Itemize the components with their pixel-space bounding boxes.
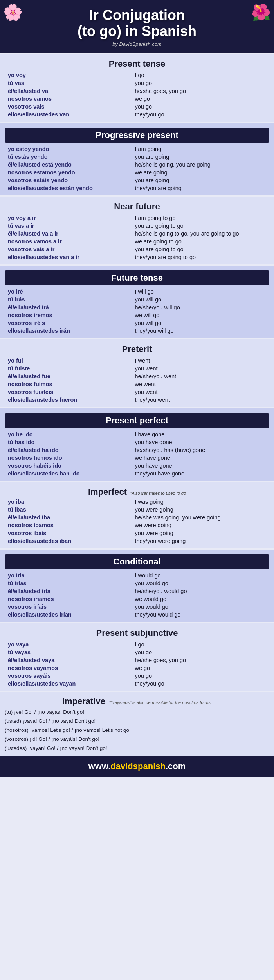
table-row: tú iríasyou would go <box>5 579 269 587</box>
table-row: ellos/ellas/ustedes ibanthey/you were go… <box>5 537 269 545</box>
english-translation: we will go <box>132 311 269 319</box>
table-row: ellos/ellas/ustedes van a irthey/you are… <box>5 253 269 261</box>
english-translation: we are going <box>132 169 269 176</box>
english-translation: I have gone <box>132 430 269 438</box>
spanish-form: él/ella/usted va a ir <box>5 230 132 238</box>
spanish-form: él/ella/usted iría <box>5 587 132 595</box>
english-translation: they/you went <box>132 396 269 404</box>
english-translation: you are going to go <box>132 245 269 253</box>
list-item: (vosotros) ¡id! Go! / ¡no vayáis! Don't … <box>5 735 269 744</box>
page-footer[interactable]: www.davidspanish.com <box>0 756 274 777</box>
section-title-imperfect: Imperfect <box>88 487 127 497</box>
progressive-table: yo estoy yendoI am goingtú estás yendoyo… <box>5 145 269 192</box>
imperfect-note: *Also translates to used to go <box>130 491 186 495</box>
english-translation: they/you have gone <box>132 470 269 477</box>
section-title-progressive: Progressive present <box>5 128 269 143</box>
table-row: yo iríaI would go <box>5 572 269 579</box>
english-translation: he/she is going, you are going <box>132 161 269 169</box>
section-title-near-future: Near future <box>5 201 269 212</box>
spanish-form: vosotros estáis yendo <box>5 176 132 184</box>
spanish-form: ellos/ellas/ustedes iban <box>5 537 132 545</box>
english-translation: they/you will go <box>132 327 269 335</box>
english-translation: you go <box>132 103 269 111</box>
table-row: ellos/ellas/ustedes han idothey/you have… <box>5 470 269 477</box>
english-translation: I will go <box>132 288 269 296</box>
table-row: vosotros estáis yendoyou are going <box>5 176 269 184</box>
section-near-future: Near future yo voy a irI am going to got… <box>0 197 274 264</box>
table-row: yo iréI will go <box>5 288 269 296</box>
spanish-form: tú vayas <box>5 648 132 656</box>
table-row: vosotros vayáisyou go <box>5 672 269 680</box>
english-translation: he/she goes, you go <box>132 87 269 95</box>
english-translation: we are going to go <box>132 238 269 245</box>
spanish-form: yo iría <box>5 572 132 579</box>
spanish-form: tú vas <box>5 79 132 87</box>
spanish-form: tú ibas <box>5 506 132 514</box>
spanish-form: tú vas a ir <box>5 222 132 230</box>
english-translation: we would go <box>132 595 269 603</box>
table-row: tú vayasyou go <box>5 648 269 656</box>
table-row: tú vas a iryou are going to go <box>5 222 269 230</box>
english-translation: he/she/you went <box>132 372 269 380</box>
spanish-form: tú estás yendo <box>5 153 132 161</box>
page-title: Ir Conjugation (to go) in Spanish <box>4 7 270 40</box>
table-row: vosotros habéis idoyou have gone <box>5 462 269 470</box>
spanish-form: vosotros iréis <box>5 319 132 327</box>
english-translation: they/you go <box>132 680 269 688</box>
table-row: vosotros fuisteisyou went <box>5 388 269 396</box>
spanish-form: yo fui <box>5 357 132 365</box>
english-translation: we go <box>132 95 269 103</box>
section-imperfect: Imperfect *Also translates to used to go… <box>0 482 274 548</box>
table-row: él/ella/usted fuehe/she/you went <box>5 372 269 380</box>
english-translation: you were going <box>132 506 269 514</box>
table-row: él/ella/usted vahe/she goes, you go <box>5 87 269 95</box>
footer-com: .com <box>166 761 186 771</box>
english-translation: you are going <box>132 153 269 161</box>
spanish-form: nosotros fuimos <box>5 380 132 388</box>
table-row: vosotros ibaisyou were going <box>5 529 269 537</box>
english-translation: you would go <box>132 579 269 587</box>
future-table: yo iréI will gotú irásyou will goél/ella… <box>5 288 269 335</box>
table-row: ellos/ellas/ustedes iránthey/you will go <box>5 327 269 335</box>
present-subjunctive-table: yo vayaI gotú vayasyou goél/ella/usted v… <box>5 641 269 688</box>
table-row: ellos/ellas/ustedes vanthey/you go <box>5 111 269 118</box>
english-translation: I am going to go <box>132 214 269 222</box>
table-row: él/ella/usted ibahe/she was going, you w… <box>5 514 269 521</box>
spanish-form: él/ella/usted fue <box>5 372 132 380</box>
english-translation: you are going to go <box>132 222 269 230</box>
table-row: yo voyI go <box>5 71 269 79</box>
spanish-form: él/ella/usted está yendo <box>5 161 132 169</box>
section-title-present-subjunctive: Present subjunctive <box>5 628 269 638</box>
spanish-form: vosotros ibais <box>5 529 132 537</box>
spanish-form: vosotros fuisteis <box>5 388 132 396</box>
section-future: Future tense yo iréI will gotú irásyou w… <box>0 266 274 338</box>
footer-www: www. <box>88 761 111 771</box>
table-row: él/ella/usted está yendohe/she is going,… <box>5 161 269 169</box>
english-translation: you were going <box>132 529 269 537</box>
table-row: ellos/ellas/ustedes vayanthey/you go <box>5 680 269 688</box>
section-title-present-perfect: Present perfect <box>5 413 269 428</box>
spanish-form: vosotros habéis ido <box>5 462 132 470</box>
table-row: ellos/ellas/ustedes fueronthey/you went <box>5 396 269 404</box>
spanish-form: vosotros iríais <box>5 603 132 611</box>
table-row: vosotros iríaisyou would go <box>5 603 269 611</box>
section-title-imperative: Imperative <box>62 696 105 706</box>
flower-right-icon: 🌺 <box>251 3 271 22</box>
spanish-form: vosotros vayáis <box>5 672 132 680</box>
section-conditional: Conditional yo iríaI would gotú iríasyou… <box>0 550 274 622</box>
english-translation: you went <box>132 388 269 396</box>
section-present-subjunctive: Present subjunctive yo vayaI gotú vayasy… <box>0 623 274 691</box>
near-future-table: yo voy a irI am going to gotú vas a iryo… <box>5 214 269 261</box>
spanish-form: ellos/ellas/ustedes fueron <box>5 396 132 404</box>
english-translation: you have gone <box>132 438 269 446</box>
spanish-form: yo estoy yendo <box>5 145 132 153</box>
list-item: (ustedes) ¡vayan! Go! / ¡no vayan! Don't… <box>5 744 269 753</box>
table-row: yo ibaI was going <box>5 498 269 506</box>
list-item: (usted) ¡vaya! Go! / ¡no vaya! Don't go! <box>5 717 269 726</box>
table-row: tú fuisteyou went <box>5 365 269 372</box>
section-title-conditional: Conditional <box>5 554 269 569</box>
present-table: yo voyI gotú vasyou goél/ella/usted vahe… <box>5 71 269 118</box>
table-row: nosotros iremoswe will go <box>5 311 269 319</box>
section-preterit: Preterit yo fuiI wenttú fuisteyou wentél… <box>0 339 274 407</box>
english-translation: they/you go <box>132 111 269 118</box>
